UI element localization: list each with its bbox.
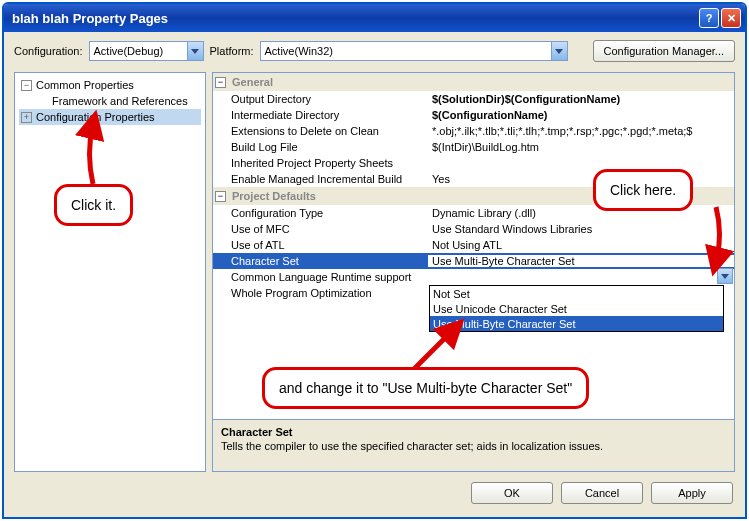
prop-use-of-mfc[interactable]: Use of MFCUse Standard Windows Libraries (213, 221, 734, 237)
callout-change-multibyte: and change it to "Use Multi-byte Charact… (262, 367, 589, 409)
minus-icon[interactable]: − (215, 191, 226, 202)
description-title: Character Set (221, 426, 726, 438)
group-general[interactable]: −General (213, 73, 734, 91)
minus-icon[interactable]: − (21, 80, 32, 91)
minus-icon[interactable]: − (215, 77, 226, 88)
arrow-icon (701, 204, 731, 271)
ok-button[interactable]: OK (471, 482, 553, 504)
prop-build-log-file[interactable]: Build Log File$(IntDir)\BuildLog.htm (213, 139, 734, 155)
cancel-button[interactable]: Cancel (561, 482, 643, 504)
dropdown-option-unicode[interactable]: Use Unicode Character Set (430, 301, 723, 316)
configuration-value: Active(Debug) (90, 45, 187, 57)
apply-button[interactable]: Apply (651, 482, 733, 504)
prop-use-of-atl[interactable]: Use of ATLNot Using ATL (213, 237, 734, 253)
tree-framework-references[interactable]: Framework and References (19, 93, 201, 109)
tree-common-properties[interactable]: −Common Properties (19, 77, 201, 93)
arrow-icon (78, 119, 108, 191)
prop-extensions-delete-clean[interactable]: Extensions to Delete on Clean*.obj;*.ilk… (213, 123, 734, 139)
close-button[interactable]: ✕ (721, 8, 741, 28)
dropdown-option-multibyte[interactable]: Use Multi-Byte Character Set (430, 316, 723, 331)
prop-clr-support[interactable]: Common Language Runtime support (213, 269, 734, 285)
charset-dropdown[interactable]: Not Set Use Unicode Character Set Use Mu… (429, 285, 724, 332)
plus-icon[interactable]: + (21, 112, 32, 123)
platform-label: Platform: (210, 45, 254, 57)
prop-character-set[interactable]: Character SetUse Multi-Byte Character Se… (213, 253, 734, 269)
config-toolbar: Configuration: Active(Debug) Platform: A… (4, 32, 745, 70)
prop-output-directory[interactable]: Output Directory$(SolutionDir)$(Configur… (213, 91, 734, 107)
chevron-down-icon (187, 42, 203, 60)
help-button[interactable]: ? (699, 8, 719, 28)
help-icon: ? (706, 12, 713, 24)
callout-click-here: Click here. (593, 169, 693, 211)
property-tree[interactable]: −Common Properties Framework and Referen… (14, 72, 206, 472)
callout-click-it: Click it. (54, 184, 133, 226)
prop-intermediate-directory[interactable]: Intermediate Directory$(ConfigurationNam… (213, 107, 734, 123)
dialog-footer: OK Cancel Apply (4, 472, 745, 514)
titlebar[interactable]: blah blah Property Pages ? ✕ (4, 4, 745, 32)
platform-combo[interactable]: Active(Win32) (260, 41, 568, 61)
description-text: Tells the compiler to use the specified … (221, 440, 726, 452)
tree-configuration-properties[interactable]: +Configuration Properties (19, 109, 201, 125)
description-panel: Character Set Tells the compiler to use … (212, 420, 735, 472)
platform-value: Active(Win32) (261, 45, 551, 57)
config-manager-button[interactable]: Configuration Manager... (593, 40, 735, 62)
window-title: blah blah Property Pages (12, 11, 699, 26)
property-pages-dialog: blah blah Property Pages ? ✕ Configurati… (2, 2, 747, 519)
dropdown-option-not-set[interactable]: Not Set (430, 286, 723, 301)
chevron-down-icon (551, 42, 567, 60)
configuration-combo[interactable]: Active(Debug) (89, 41, 204, 61)
configuration-label: Configuration: (14, 45, 83, 57)
close-icon: ✕ (727, 12, 736, 25)
